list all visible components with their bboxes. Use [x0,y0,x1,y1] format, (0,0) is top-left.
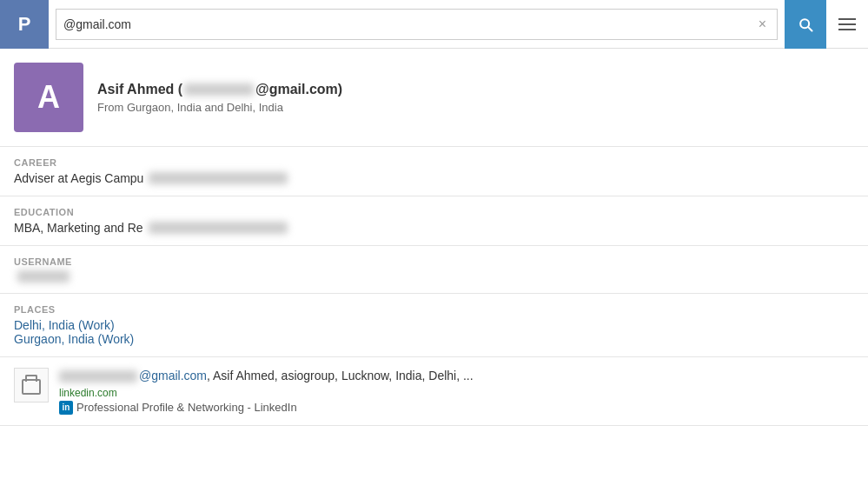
education-label: EDUCATION [14,207,854,217]
username-label: USERNAME [14,256,854,267]
result-title[interactable]: @gmail.com, Asif Ahmed, asiogroup, Luckn… [59,368,474,385]
result-icon-box [14,368,49,402]
profile-name: Asif Ahmed ( @gmail.com) [97,82,342,97]
places-section: PLACES Delhi, India (Work) Gurgaon, Indi… [0,294,868,357]
career-label: CAREER [14,157,854,168]
education-text: MBA, Marketing and Re [14,221,143,235]
profile-section: A Asif Ahmed ( @gmail.com) From Gurgaon,… [0,49,868,147]
career-blurred [149,172,288,184]
search-result: @gmail.com, Asif Ahmed, asiogroup, Luckn… [0,357,868,426]
result-desc: in Professional Profile & Networking - L… [59,401,474,415]
place-delhi[interactable]: Delhi, India (Work) [14,318,115,332]
career-section: CAREER Adviser at Aegis Campu [0,147,868,196]
profile-name-text: Asif Ahmed ( [97,82,182,96]
career-value: Adviser at Aegis Campu [14,171,854,185]
menu-line-3 [838,29,856,30]
menu-line-2 [838,23,856,25]
clear-button[interactable]: × [755,17,770,32]
education-value: MBA, Marketing and Re [14,221,854,235]
menu-button[interactable] [826,0,868,49]
result-desc-text: Professional Profile & Networking - Link… [76,401,297,414]
profile-email-blurred [184,83,254,96]
result-email-suffix: @gmail.com [139,369,207,383]
search-bar: × [56,9,778,40]
place-gurgaon[interactable]: Gurgaon, India (Work) [14,332,134,346]
result-title-blurred [59,370,137,383]
menu-line-1 [838,18,856,20]
search-button[interactable] [785,0,826,49]
profile-info: Asif Ahmed ( @gmail.com) From Gurgaon, I… [97,82,342,114]
places-values: Delhi, India (Work) Gurgaon, India (Work… [14,318,854,346]
avatar: A [14,63,83,132]
linkedin-icon: in [59,401,73,415]
search-icon [797,16,814,33]
username-blurred [17,270,70,283]
career-text: Adviser at Aegis Campu [14,171,143,185]
username-value [14,270,854,283]
profile-email-suffix: @gmail.com) [255,82,342,96]
logo: P [0,0,49,49]
places-label: PLACES [14,304,854,315]
avatar-letter: A [37,79,60,116]
result-site: linkedin.com [59,387,474,399]
logo-letter: P [18,13,31,36]
result-description-inline: , Asif Ahmed, asiogroup, Lucknow, India,… [207,369,474,383]
profile-location: From Gurgaon, India and Delhi, India [97,101,342,114]
username-section: USERNAME [0,246,868,294]
education-section: EDUCATION MBA, Marketing and Re [0,196,868,246]
briefcase-icon [22,379,41,395]
header: P × [0,0,868,49]
search-input[interactable] [63,17,755,31]
result-content: @gmail.com, Asif Ahmed, asiogroup, Luckn… [59,368,474,415]
education-blurred [149,222,288,234]
